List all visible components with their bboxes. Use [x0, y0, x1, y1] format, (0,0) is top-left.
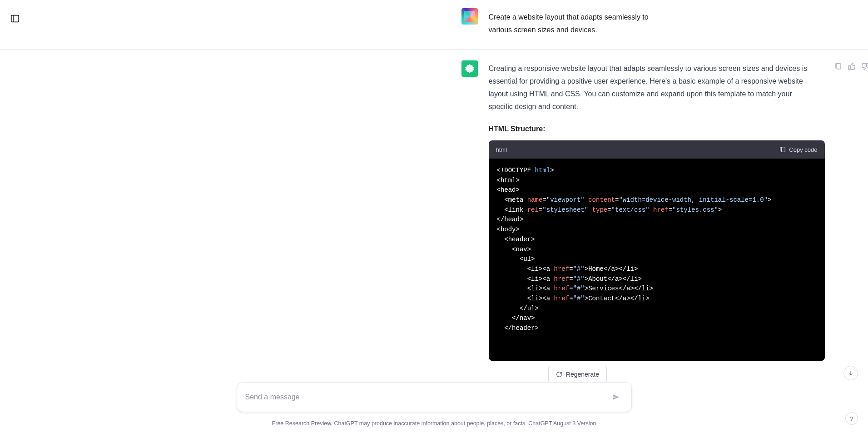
- section-heading: HTML Structure:: [489, 125, 825, 133]
- user-avatar: [461, 8, 478, 25]
- message-input-bar: [237, 382, 632, 412]
- copy-message-button[interactable]: [834, 62, 843, 71]
- code-header: html Copy code: [489, 140, 825, 159]
- regenerate-button[interactable]: Regenerate: [548, 366, 607, 383]
- send-button[interactable]: [609, 390, 623, 404]
- message-input[interactable]: [245, 393, 609, 401]
- footer-disclaimer: Free Research Preview. ChatGPT may produ…: [0, 420, 868, 427]
- scroll-to-bottom-button[interactable]: [843, 366, 858, 380]
- user-message-text: Create a website layout that adapts seam…: [489, 8, 657, 36]
- conversation-area: Create a website layout that adapts seam…: [0, 0, 868, 433]
- svg-rect-3: [837, 64, 841, 69]
- user-message-row: Create a website layout that adapts seam…: [0, 0, 868, 50]
- thumbs-up-icon: [848, 62, 856, 70]
- footer-text: Free Research Preview. ChatGPT may produ…: [272, 420, 529, 427]
- assistant-message-row: Creating a responsive website layout tha…: [0, 50, 868, 361]
- clipboard-icon: [834, 62, 842, 70]
- message-actions: [834, 62, 868, 71]
- send-icon: [612, 393, 620, 401]
- help-label: ?: [850, 415, 853, 422]
- arrow-down-icon: [848, 370, 854, 376]
- openai-logo-icon: [464, 63, 475, 74]
- svg-rect-2: [782, 147, 785, 152]
- help-button[interactable]: ?: [845, 412, 858, 425]
- thumbs-down-button[interactable]: [861, 62, 868, 71]
- clipboard-icon: [779, 146, 786, 153]
- regenerate-icon: [556, 371, 562, 378]
- copy-code-button[interactable]: Copy code: [779, 146, 817, 153]
- assistant-avatar: [461, 60, 478, 77]
- code-language-label: html: [496, 146, 507, 153]
- copy-code-label: Copy code: [789, 146, 817, 153]
- thumbs-down-icon: [861, 62, 868, 70]
- assistant-intro-text: Creating a responsive website layout tha…: [489, 60, 816, 113]
- regenerate-label: Regenerate: [566, 371, 599, 378]
- code-block: html Copy code <!DOCTYPE html> <html> <h…: [489, 140, 825, 361]
- code-body[interactable]: <!DOCTYPE html> <html> <head> <meta name…: [489, 159, 825, 361]
- footer-version-link[interactable]: ChatGPT August 3 Version: [528, 420, 596, 427]
- thumbs-up-button[interactable]: [848, 62, 857, 71]
